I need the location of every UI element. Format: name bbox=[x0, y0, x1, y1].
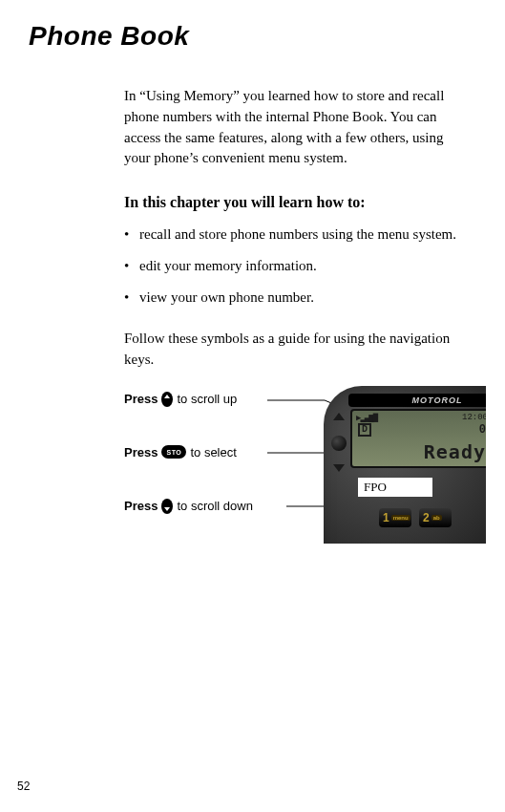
learn-list: recall and store phone numbers using the… bbox=[124, 224, 467, 308]
phone-key-2: 2 ab bbox=[419, 508, 452, 527]
phone-illustration: MOTOROL ▶▂▄▆█ 12:00 D 0 Ready bbox=[324, 386, 486, 544]
press-label: Press bbox=[124, 499, 158, 513]
scroll-down-label: to scroll down bbox=[177, 499, 252, 513]
ready-label: Ready bbox=[352, 437, 486, 463]
follow-paragraph: Follow these symbols as a guide for usin… bbox=[124, 329, 467, 371]
page-number: 52 bbox=[17, 780, 30, 793]
select-instruction: Press STO to select bbox=[124, 445, 237, 459]
press-label: Press bbox=[124, 392, 158, 406]
nav-keys-diagram: Press to scroll up Press STO to select P… bbox=[124, 392, 467, 554]
phone-nav-up-icon bbox=[333, 413, 345, 420]
brand-label: MOTOROL bbox=[348, 394, 486, 407]
phone-nav-select-icon bbox=[331, 436, 347, 451]
list-item: view your own phone number. bbox=[124, 288, 467, 308]
signal-icon: ▶▂▄▆█ bbox=[356, 413, 377, 423]
phone-key-1: 1 menu bbox=[379, 508, 411, 527]
scroll-up-instruction: Press to scroll up bbox=[124, 392, 237, 407]
intro-paragraph: In “Using Memory” you learned how to sto… bbox=[124, 86, 467, 169]
page-title: Phone Book bbox=[29, 21, 476, 52]
scroll-up-label: to scroll up bbox=[177, 392, 237, 406]
scroll-down-instruction: Press to scroll down bbox=[124, 499, 253, 514]
sto-button-icon: STO bbox=[161, 445, 186, 459]
zero-indicator: 0 bbox=[479, 423, 486, 437]
list-item: recall and store phone numbers using the… bbox=[124, 224, 467, 245]
key-2-sub: ab bbox=[431, 515, 442, 521]
fpo-label: FPO bbox=[358, 478, 432, 497]
time-label: 12:00 bbox=[462, 413, 486, 422]
arrow-down-icon bbox=[161, 499, 173, 514]
arrow-up-icon bbox=[161, 392, 173, 407]
select-label: to select bbox=[190, 445, 236, 459]
key-1-number: 1 bbox=[383, 511, 389, 524]
phone-nav-down-icon bbox=[333, 464, 345, 472]
list-item: edit your memory information. bbox=[124, 256, 467, 276]
phone-screen: ▶▂▄▆█ 12:00 D 0 Ready bbox=[350, 409, 486, 468]
key-2-number: 2 bbox=[423, 511, 430, 524]
chapter-subhead: In this chapter you will learn how to: bbox=[124, 194, 467, 211]
key-1-sub: menu bbox=[391, 515, 410, 521]
d-indicator: D bbox=[358, 423, 371, 437]
press-label: Press bbox=[124, 445, 158, 459]
